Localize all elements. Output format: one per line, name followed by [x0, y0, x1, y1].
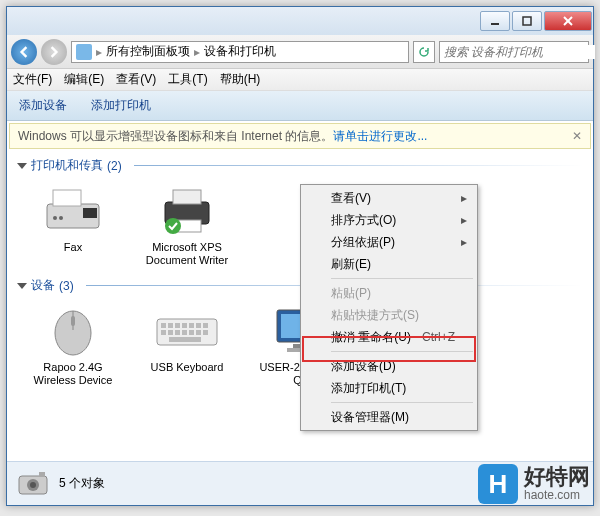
printer-icon [155, 184, 219, 238]
device-label: USB Keyboard [151, 361, 224, 374]
menu-help[interactable]: 帮助(H) [220, 71, 261, 88]
device-label: Rapoo 2.4G Wireless Device [25, 361, 121, 387]
svg-rect-12 [173, 190, 201, 204]
svg-rect-26 [161, 330, 166, 335]
forward-button[interactable] [41, 39, 67, 65]
svg-rect-30 [189, 330, 194, 335]
toolbar: 添加设备 添加打印机 [7, 91, 593, 121]
fax-icon [41, 184, 105, 238]
svg-point-9 [53, 216, 57, 220]
folder-icon [76, 44, 92, 60]
breadcrumb-seg[interactable]: 所有控制面板项 [106, 43, 190, 60]
context-menu: 查看(V) 排序方式(O) 分组依据(P) 刷新(E) 粘贴(P) 粘贴快捷方式… [300, 184, 478, 431]
svg-point-14 [165, 218, 181, 234]
separator [331, 351, 473, 352]
menu-file[interactable]: 文件(F) [13, 71, 52, 88]
device-item-keyboard[interactable]: USB Keyboard [139, 304, 235, 387]
ctx-paste-shortcut: 粘贴快捷方式(S) [303, 304, 475, 326]
separator [331, 402, 473, 403]
svg-rect-20 [168, 323, 173, 328]
search-box[interactable] [439, 41, 589, 63]
ctx-add-printer[interactable]: 添加打印机(T) [303, 377, 475, 399]
watermark: H 好特网 haote.com [478, 464, 590, 504]
ctx-refresh[interactable]: 刷新(E) [303, 253, 475, 275]
breadcrumb-seg[interactable]: 设备和打印机 [204, 43, 276, 60]
shortcut-label: Ctrl+Z [422, 330, 455, 344]
svg-rect-31 [196, 330, 201, 335]
svg-rect-29 [182, 330, 187, 335]
close-button[interactable] [544, 11, 592, 31]
chevron-down-icon [17, 163, 27, 169]
address-bar[interactable]: ▸ 所有控制面板项 ▸ 设备和打印机 [71, 41, 409, 63]
menu-tools[interactable]: 工具(T) [168, 71, 207, 88]
ctx-add-device[interactable]: 添加设备(D) [303, 355, 475, 377]
svg-point-40 [30, 482, 36, 488]
svg-rect-25 [203, 323, 208, 328]
chevron-right-icon: ▸ [96, 45, 102, 59]
group-title: 打印机和传真 [31, 157, 103, 174]
group-header-printers[interactable]: 打印机和传真 (2) [7, 151, 593, 180]
info-link[interactable]: 请单击进行更改... [333, 128, 427, 145]
svg-rect-27 [168, 330, 173, 335]
svg-rect-22 [182, 323, 187, 328]
svg-rect-19 [161, 323, 166, 328]
status-count: 5 个对象 [59, 475, 105, 492]
search-input[interactable] [444, 45, 595, 59]
add-device-button[interactable]: 添加设备 [19, 97, 67, 114]
titlebar [7, 7, 593, 35]
svg-rect-1 [523, 17, 531, 25]
group-title: 设备 [31, 277, 55, 294]
separator [331, 278, 473, 279]
svg-rect-7 [53, 190, 81, 206]
ctx-paste: 粘贴(P) [303, 282, 475, 304]
ctx-sort[interactable]: 排序方式(O) [303, 209, 475, 231]
svg-rect-21 [175, 323, 180, 328]
svg-rect-41 [39, 472, 45, 477]
svg-rect-17 [71, 316, 75, 326]
info-text: Windows 可以显示增强型设备图标和来自 Internet 的信息。 [18, 128, 333, 145]
brand-name: 好特网 [524, 466, 590, 488]
svg-rect-28 [175, 330, 180, 335]
chevron-down-icon [17, 283, 27, 289]
device-label: Fax [64, 241, 82, 254]
device-item-mouse[interactable]: Rapoo 2.4G Wireless Device [25, 304, 121, 387]
group-count: (3) [59, 279, 74, 293]
menu-view[interactable]: 查看(V) [116, 71, 156, 88]
svg-rect-24 [196, 323, 201, 328]
mouse-icon [41, 304, 105, 358]
add-printer-button[interactable]: 添加打印机 [91, 97, 151, 114]
maximize-button[interactable] [512, 11, 542, 31]
svg-rect-33 [169, 337, 201, 342]
camera-icon [15, 466, 51, 502]
keyboard-icon [155, 304, 219, 358]
chevron-right-icon: ▸ [194, 45, 200, 59]
refresh-button[interactable] [413, 41, 435, 63]
svg-rect-8 [83, 208, 97, 218]
brand-url: haote.com [524, 488, 580, 502]
svg-rect-23 [189, 323, 194, 328]
device-item-xps[interactable]: Microsoft XPS Document Writer [139, 184, 235, 267]
ctx-device-manager[interactable]: 设备管理器(M) [303, 406, 475, 428]
menubar: 文件(F) 编辑(E) 查看(V) 工具(T) 帮助(H) [7, 69, 593, 91]
info-bar: Windows 可以显示增强型设备图标和来自 Internet 的信息。 请单击… [9, 123, 591, 149]
svg-rect-32 [203, 330, 208, 335]
group-count: (2) [107, 159, 122, 173]
menu-edit[interactable]: 编辑(E) [64, 71, 104, 88]
device-item-fax[interactable]: Fax [25, 184, 121, 267]
back-button[interactable] [11, 39, 37, 65]
ctx-undo[interactable]: 撤消 重命名(U)Ctrl+Z [303, 326, 475, 348]
ctx-group[interactable]: 分组依据(P) [303, 231, 475, 253]
navbar: ▸ 所有控制面板项 ▸ 设备和打印机 [7, 35, 593, 69]
minimize-button[interactable] [480, 11, 510, 31]
ctx-view[interactable]: 查看(V) [303, 187, 475, 209]
close-infobar-icon[interactable]: ✕ [572, 129, 582, 143]
device-label: Microsoft XPS Document Writer [139, 241, 235, 267]
svg-point-10 [59, 216, 63, 220]
logo-icon: H [478, 464, 518, 504]
